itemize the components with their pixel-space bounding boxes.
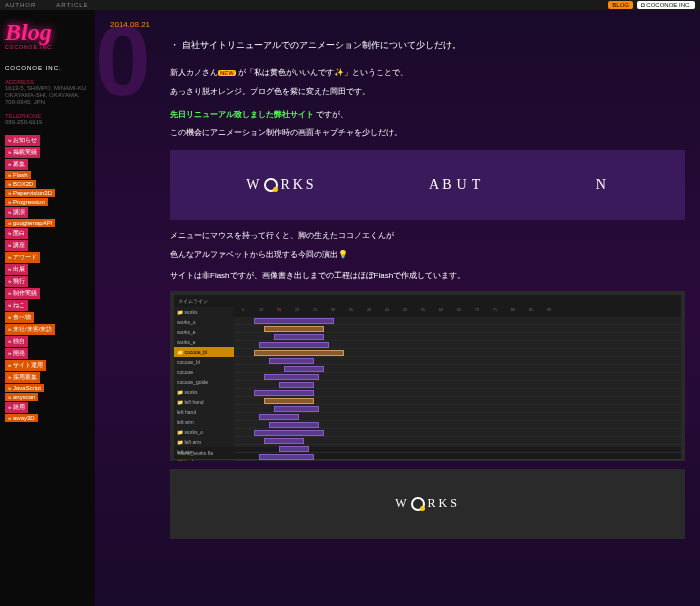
timeline-layer: 📁 left hand <box>174 397 234 407</box>
paragraph: サイトは非Flashですが、画像書き出しまでの工程はほぼFlashで作成していま… <box>170 270 685 283</box>
tag-item[interactable]: » お知らせ <box>5 135 40 146</box>
tag-item[interactable]: » away3D <box>5 414 38 422</box>
tag-list: » お知らせ» 掲載実績» 募集» Flash» BOX2D» Papervis… <box>5 135 90 422</box>
sidebar: Blog COCONOE.INC. COCONOE INC. ADDRESS 1… <box>0 10 95 606</box>
nav-article[interactable]: ARTICLE <box>56 2 88 8</box>
tag-item[interactable]: » Progression <box>5 198 48 206</box>
tag-item[interactable]: » googlemapAPI <box>5 219 55 227</box>
tag-item[interactable]: » 雑用 <box>5 402 28 413</box>
timeline-layer: 📁 works_o <box>174 427 234 437</box>
tag-item[interactable]: » 講座 <box>5 240 28 251</box>
menu-works: WRKS <box>246 174 316 196</box>
new-badge: NEW <box>218 70 236 76</box>
timeline-layer: 📁 left arm <box>174 437 234 447</box>
tag-item[interactable]: » サイト運用 <box>5 360 46 371</box>
address-text: 1613-5, SHIMPO, MINAMI-KU OKAYAMA-SHI, O… <box>5 85 90 107</box>
tag-item[interactable]: » 飛行 <box>5 276 28 287</box>
bulb-icon: 💡 <box>338 250 348 259</box>
timeline-layer: works_o <box>174 317 234 327</box>
paragraph: メニューにマウスを持って行くと、脚の生えたココノエくんが <box>170 230 685 243</box>
post-date: 2014.08.21 <box>110 20 685 29</box>
tag-item[interactable]: » anyscan <box>5 393 38 401</box>
tag-item[interactable]: » アワード <box>5 252 40 263</box>
sparkle-icon: ✨ <box>334 68 344 77</box>
tag-item[interactable]: » 出展 <box>5 264 28 275</box>
tag-item[interactable]: » 掲載実績 <box>5 147 40 158</box>
timeline-layer: 📁 cocooe_bl <box>174 347 234 357</box>
post-title[interactable]: 自社サイトリニューアルでのアニメーション制作について少しだけ。 <box>170 39 685 52</box>
o-icon <box>411 497 425 511</box>
tag-item[interactable]: » 食べ物 <box>5 312 34 323</box>
timeline-layer: cocooe_guide <box>174 377 234 387</box>
tag-item[interactable]: » 来社/来客/来訪 <box>5 324 55 335</box>
timeline-layer: 📁 body <box>174 457 234 461</box>
tag-item[interactable]: » Papervision3D <box>5 189 55 197</box>
tag-item[interactable]: » JavaScript <box>5 384 44 392</box>
timeline-layer: works_e <box>174 327 234 337</box>
works-logo: WRKS <box>395 494 460 513</box>
paragraph: 先日リニューアル致しました弊社サイト ですが、 <box>170 109 685 122</box>
screenshot-timeline: タイムライン 📁 worksworks_oworks_eworks_e📁 coc… <box>170 291 685 461</box>
big-number: 0 <box>95 20 151 100</box>
tag-item[interactable]: » 独自 <box>5 336 28 347</box>
site-logo[interactable]: Blog COCONOE.INC. <box>5 20 90 50</box>
tag-item[interactable]: » Flash <box>5 171 31 179</box>
tag-item[interactable]: » 募集 <box>5 159 28 170</box>
badge-blog[interactable]: BLOG <box>608 1 633 9</box>
logo-text: Blog <box>5 20 90 44</box>
timeline-ruler: 51015202530354045505560657075808590 <box>234 307 681 317</box>
timeline-layer: cocooe_bl <box>174 357 234 367</box>
badge-company[interactable]: ◘ COCONOE INC. <box>637 1 695 9</box>
timeline-layer: 📁 works <box>174 387 234 397</box>
timeline-layer: cocooe <box>174 367 234 377</box>
tag-item[interactable]: » 面白 <box>5 228 28 239</box>
main-content: 0 2014.08.21 自社サイトリニューアルでのアニメーション制作について少… <box>95 10 700 606</box>
timeline-layers: 📁 worksworks_oworks_eworks_e📁 cocooe_blc… <box>174 307 234 447</box>
timeline-header: タイムライン <box>174 295 681 307</box>
tag-item[interactable]: » 採用募集 <box>5 372 40 383</box>
o-icon <box>264 178 278 192</box>
screenshot-menu: WRKS ABUT N <box>170 150 685 220</box>
tag-item[interactable]: » BOX2D <box>5 180 36 188</box>
tag-item[interactable]: » 講演 <box>5 207 28 218</box>
menu-n: N <box>596 174 609 196</box>
timeline-track: 51015202530354045505560657075808590 <box>234 307 681 447</box>
paragraph: あっさり脱オレンジ。ブログ色を紫に変えた岡田です。 <box>170 86 685 99</box>
paragraph: この機会にアニメーション制作時の画面キャプチャを少しだけ。 <box>170 127 685 140</box>
site-link[interactable]: 先日リニューアル致しました弊社サイト <box>170 110 314 119</box>
logo-subtitle: COCONOE.INC. <box>5 44 90 50</box>
company-name: COCONOE INC. <box>5 65 90 71</box>
tag-item[interactable]: » ねこ <box>5 300 28 311</box>
timeline-layer: left hand <box>174 407 234 417</box>
paragraph: 色んなアルファベットから出現する今回の演出💡 <box>170 249 685 262</box>
timeline-layer: 📁 works <box>174 307 234 317</box>
menu-about: ABUT <box>429 174 483 196</box>
screenshot-works-logo: WRKS <box>170 469 685 539</box>
tag-item[interactable]: » 開発 <box>5 348 28 359</box>
timeline-layer: left arm <box>174 417 234 427</box>
paragraph: 新人カノさんNEW が「私は黄色がいいんです✨」ということで、 <box>170 67 685 80</box>
timeline-layer: works_e <box>174 337 234 347</box>
nav-author[interactable]: AUTHOR <box>5 2 36 8</box>
telephone-text: 086-250-6619 <box>5 119 90 125</box>
tag-item[interactable]: » 制作実績 <box>5 288 40 299</box>
